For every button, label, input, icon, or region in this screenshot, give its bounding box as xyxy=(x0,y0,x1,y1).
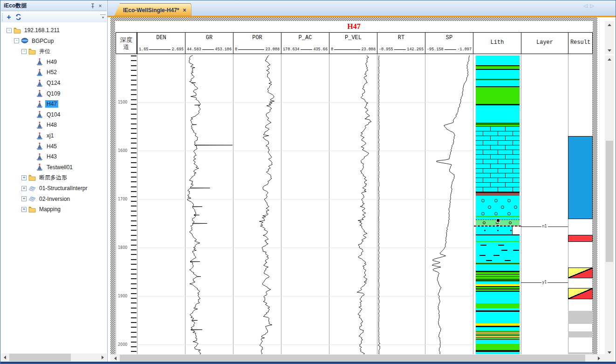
scroll-up-icon[interactable] xyxy=(605,21,614,28)
header-vscrollbar[interactable] xyxy=(605,21,614,54)
tree-item-label: Mapping xyxy=(38,206,62,213)
depth-label: 1900 xyxy=(118,294,127,298)
depth-tick xyxy=(131,302,137,303)
depth-tick xyxy=(131,162,137,163)
result-block-diag xyxy=(568,288,593,299)
layer-pick-line[interactable] xyxy=(474,226,521,227)
tree-item-label: H48 xyxy=(45,121,58,129)
depth-tick xyxy=(131,128,137,129)
depth-tick xyxy=(131,235,137,236)
depth-tick xyxy=(131,206,137,206)
track-header-P_AC: P_AC170.634435.66 xyxy=(281,32,329,54)
depth-tick xyxy=(131,283,137,284)
tree-item-01-StructuralInterpr[interactable]: +01-StructuralInterpr xyxy=(21,184,89,193)
depth-tick xyxy=(131,186,137,187)
main-hscroll-thumb[interactable] xyxy=(120,355,585,362)
pin-icon[interactable] xyxy=(89,2,96,10)
sidebar-panel: iEco数据 × + ▾ -192.168.1.211-BGPCup-井位H49… xyxy=(0,0,108,363)
tree-item-xj1[interactable]: xj1 xyxy=(29,131,55,140)
depth-tick xyxy=(131,332,137,333)
curve-RT xyxy=(378,55,380,355)
tree-item-label: Q109 xyxy=(45,90,62,97)
layer-pick-handle[interactable] xyxy=(496,219,500,222)
tree-item-02-Inversion[interactable]: +02-Inversion xyxy=(21,194,71,204)
well-icon xyxy=(36,132,43,139)
expander-icon[interactable]: + xyxy=(21,175,27,180)
sidebar-close-icon[interactable]: × xyxy=(96,2,104,10)
toolbar-overflow-icon[interactable]: ▾ xyxy=(100,14,106,21)
tree-item-井位[interactable]: -井位 xyxy=(21,47,52,56)
tree-item-H49[interactable]: H49 xyxy=(29,57,58,67)
expander-icon[interactable]: + xyxy=(21,186,27,191)
expander-icon[interactable]: - xyxy=(14,38,19,43)
data-vscroll-thumb[interactable] xyxy=(606,141,613,262)
expander-icon[interactable]: - xyxy=(21,49,27,54)
tab-ieco-wellsingle-h47[interactable]: IEco-WellSingle-H47* × xyxy=(114,3,192,16)
tree-item-Q124[interactable]: Q124 xyxy=(29,78,62,88)
sidebar-titlebar: iEco数据 × xyxy=(1,1,107,11)
track-header-Result: Result xyxy=(568,32,593,54)
lith-band-cyan xyxy=(476,327,520,330)
well-icon xyxy=(36,90,43,97)
folder-icon xyxy=(14,27,21,34)
tab-close-icon[interactable]: × xyxy=(183,7,186,14)
lith-band-greenstripe xyxy=(476,272,520,279)
add-button[interactable]: + xyxy=(4,13,14,22)
tree-item-H45[interactable]: H45 xyxy=(29,142,58,151)
well-icon xyxy=(36,164,43,171)
sidebar-hscroll-thumb[interactable] xyxy=(9,354,71,361)
scroll-up-icon[interactable] xyxy=(605,55,614,63)
expander-icon[interactable]: + xyxy=(21,207,27,212)
frame-hatch-right xyxy=(593,17,597,356)
mesh-icon xyxy=(28,185,36,192)
tree-item-Q104[interactable]: Q104 xyxy=(29,110,62,119)
track-header-Lith: Lith xyxy=(473,32,521,54)
scroll-down-icon[interactable] xyxy=(605,47,614,54)
expander-icon[interactable]: - xyxy=(7,28,12,33)
tree-item-label: H45 xyxy=(45,143,58,150)
track-border xyxy=(521,54,521,356)
tab-nav-next-icon[interactable]: ▷ xyxy=(590,3,597,8)
scroll-left-icon[interactable] xyxy=(1,353,9,362)
depth-tick xyxy=(131,181,137,182)
result-block-blue xyxy=(568,136,593,219)
scroll-right-icon[interactable] xyxy=(99,353,107,362)
layer-marker-label: y1 xyxy=(541,280,548,284)
depth-tick xyxy=(131,298,137,299)
track-header-RT: RT-0.955142.265 xyxy=(377,32,425,54)
depth-tick xyxy=(131,177,137,178)
lith-band-cyan xyxy=(476,235,520,241)
tree-item-label: Q124 xyxy=(45,79,62,87)
tree-item-H48[interactable]: H48 xyxy=(29,120,58,130)
well-icon xyxy=(36,58,43,65)
tree-item-192.168.1.211[interactable]: -192.168.1.211 xyxy=(7,26,61,35)
depth-tick xyxy=(131,114,137,115)
tab-nav-prev-icon[interactable]: ◁ xyxy=(583,3,590,8)
tree-item-断层多边形[interactable]: +断层多边形 xyxy=(21,173,68,182)
tree-item-Mapping[interactable]: +Mapping xyxy=(21,205,62,214)
curve-P_VEL xyxy=(357,55,371,355)
layer-marker-y1[interactable]: y1 xyxy=(521,282,568,286)
tree-item-BGPCup[interactable]: -BGPCup xyxy=(14,36,55,46)
toolbar-grip[interactable] xyxy=(2,14,3,21)
tab-bar: IEco-WellSingle-H47* × ◁▷ xyxy=(108,0,616,16)
tree-item-H52[interactable]: H52 xyxy=(29,68,58,77)
tree-item-H47[interactable]: H47 xyxy=(29,99,58,109)
lith-band-stripes3 xyxy=(476,330,520,340)
lith-band-cyan xyxy=(476,292,520,303)
tree-item-H43[interactable]: H43 xyxy=(29,152,58,161)
tree-item-Testwell01[interactable]: Testwell01 xyxy=(29,163,74,172)
depth-tick xyxy=(131,70,137,71)
depth-tick xyxy=(131,337,137,337)
tree-item-label: 井位 xyxy=(38,47,52,56)
expander-icon[interactable]: + xyxy=(21,196,27,201)
layer-marker-n1[interactable]: n1 xyxy=(521,227,568,230)
tree-item-Q109[interactable]: Q109 xyxy=(29,89,62,98)
sidebar-hscrollbar[interactable] xyxy=(1,353,107,362)
lith-band-brick xyxy=(476,126,520,192)
track-data-area: 150016001700180019002000n1y1 xyxy=(115,54,593,356)
track-header-GR: GR44.583453.106 xyxy=(185,32,233,54)
sync-icon[interactable] xyxy=(14,13,23,22)
data-vscrollbar[interactable] xyxy=(605,55,614,356)
tree-item-label: 02-Inversion xyxy=(38,195,71,203)
